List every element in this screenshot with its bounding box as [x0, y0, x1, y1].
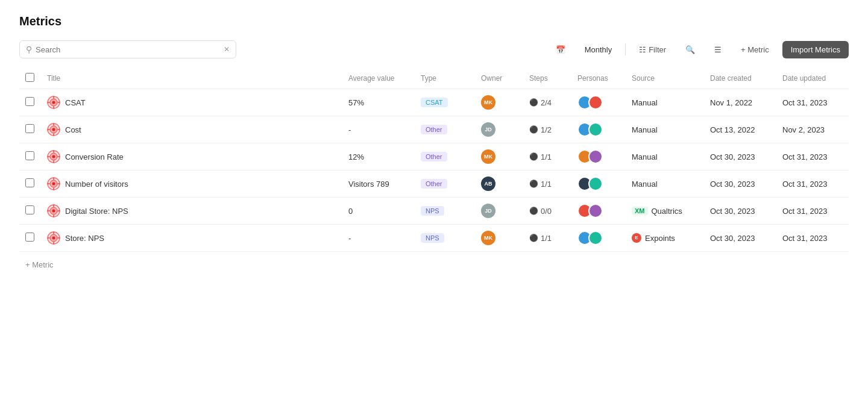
row-owner-cell: MK: [475, 225, 523, 252]
row-avg-value: 0: [348, 207, 353, 216]
owner-initials: JD: [485, 127, 492, 133]
owner-avatar: MK: [481, 231, 495, 245]
personas-avatar-group: [577, 95, 620, 110]
personas-avatar-group: [577, 204, 620, 218]
row-personas-cell: [571, 170, 626, 198]
owner-avatar: JD: [481, 204, 495, 218]
row-title-cell: Conversion Rate: [41, 143, 342, 170]
calendar-button[interactable]: 📅: [550, 42, 571, 58]
row-checkbox[interactable]: [25, 124, 34, 133]
monthly-button[interactable]: Monthly: [579, 42, 618, 58]
personas-avatar-group: [577, 177, 620, 191]
xm-logo: XM: [632, 207, 648, 215]
table-row[interactable]: Store: NPS - NPS MK ⚫ 1/1: [19, 225, 849, 252]
owner-initials: AB: [485, 181, 492, 187]
row-personas-cell: [571, 225, 626, 252]
row-checkbox[interactable]: [25, 233, 34, 242]
col-header-avg: Average value: [342, 68, 415, 89]
col-header-type: Type: [415, 68, 475, 89]
row-source-cell: Manual: [626, 89, 704, 116]
row-avg-value: 12%: [348, 152, 364, 161]
row-steps-value: 1/1: [541, 180, 552, 189]
row-type-cell: NPS: [415, 198, 475, 225]
row-checkbox[interactable]: [25, 178, 34, 187]
row-avg-cell: Visitors 789: [342, 170, 415, 198]
import-metrics-button[interactable]: Import Metrics: [782, 41, 849, 58]
row-date-updated-cell: Oct 31, 2023: [776, 198, 849, 225]
col-header-check: [19, 68, 41, 89]
row-avg-cell: -: [342, 225, 415, 252]
row-date-updated: Oct 31, 2023: [782, 98, 827, 107]
row-avg-cell: 57%: [342, 89, 415, 116]
search-box: ⚲ ✕: [19, 40, 236, 58]
row-avg-value: 57%: [348, 98, 364, 107]
search-input[interactable]: [36, 45, 224, 54]
owner-avatar: AB: [481, 177, 495, 191]
row-type-cell: Other: [415, 116, 475, 143]
col-header-steps: Steps: [523, 68, 571, 89]
row-source-cell: XM Qualtrics: [626, 198, 704, 225]
toolbar-right: 📅 Monthly ☷ Filter 🔍 ☰ + Metric: [550, 41, 849, 58]
add-metric-toolbar-button[interactable]: + Metric: [735, 42, 775, 58]
row-title: CSAT: [65, 98, 86, 107]
table-row[interactable]: CSAT 57% CSAT MK ⚫ 2/4 Manual: [19, 89, 849, 116]
select-all-checkbox[interactable]: [25, 73, 34, 82]
owner-avatar: MK: [481, 95, 495, 110]
table-row[interactable]: Number of visitors Visitors 789 Other AB…: [19, 170, 849, 198]
owner-initials: MK: [484, 99, 492, 105]
personas-avatar-group: [577, 231, 620, 245]
metric-icon: [47, 123, 60, 136]
row-date-created-cell: Oct 30, 2023: [704, 198, 776, 225]
search-button[interactable]: 🔍: [679, 42, 701, 58]
metric-icon: [47, 177, 60, 190]
row-check-cell: [19, 198, 41, 225]
steps-icon: ⚫: [529, 98, 538, 107]
row-date-updated-cell: Oct 31, 2023: [776, 89, 849, 116]
owner-avatar: MK: [481, 149, 495, 164]
row-steps-value: 0/0: [541, 207, 552, 216]
row-steps-cell: ⚫ 0/0: [523, 198, 571, 225]
row-checkbox[interactable]: [25, 151, 34, 160]
filter-button[interactable]: ☷ Filter: [633, 42, 672, 58]
row-checkbox[interactable]: [25, 97, 34, 106]
row-steps-cell: ⚫ 1/1: [523, 225, 571, 252]
row-type-cell: CSAT: [415, 89, 475, 116]
col-header-date-created: Date created: [704, 68, 776, 89]
add-metric-row[interactable]: + Metric: [19, 252, 849, 278]
metric-icon: [47, 96, 60, 109]
row-title-cell: CSAT: [41, 89, 342, 116]
row-type-badge: Other: [421, 125, 447, 134]
col-header-owner: Owner: [475, 68, 523, 89]
row-personas-cell: [571, 116, 626, 143]
col-header-date-updated: Date updated: [776, 68, 849, 89]
row-type-badge: Other: [421, 179, 447, 189]
list-icon: ☰: [714, 45, 722, 54]
row-title: Store: NPS: [65, 234, 104, 243]
row-owner-cell: JD: [475, 116, 523, 143]
persona-avatar-2: [588, 204, 603, 218]
row-date-updated: Oct 31, 2023: [782, 152, 827, 161]
row-checkbox[interactable]: [25, 205, 34, 214]
clear-icon[interactable]: ✕: [224, 45, 230, 54]
source-name: Manual: [632, 98, 658, 107]
row-type-badge: NPS: [421, 233, 444, 243]
persona-avatar-2: [588, 149, 603, 164]
svg-point-17: [52, 237, 55, 240]
import-metrics-label: Import Metrics: [791, 45, 840, 54]
row-type-cell: Other: [415, 143, 475, 170]
metric-icon: [47, 231, 60, 245]
toolbar: ⚲ ✕ 📅 Monthly ☷ Filter 🔍: [19, 40, 849, 58]
source-name: Manual: [632, 180, 658, 189]
list-view-button[interactable]: ☰: [708, 42, 728, 58]
owner-initials: MK: [484, 154, 492, 160]
row-date-updated-cell: Nov 2, 2023: [776, 116, 849, 143]
persona-avatar-2: [588, 177, 603, 191]
table-row[interactable]: Cost - Other JD ⚫ 1/2 Manual: [19, 116, 849, 143]
row-avg-value: -: [348, 234, 351, 243]
svg-point-5: [52, 128, 55, 131]
add-metric-label: + Metric: [25, 260, 54, 269]
personas-avatar-group: [577, 122, 620, 137]
row-owner-cell: JD: [475, 198, 523, 225]
table-row[interactable]: Digital Store: NPS 0 NPS JD ⚫ 0/0: [19, 198, 849, 225]
table-row[interactable]: Conversion Rate 12% Other MK ⚫ 1/1: [19, 143, 849, 170]
